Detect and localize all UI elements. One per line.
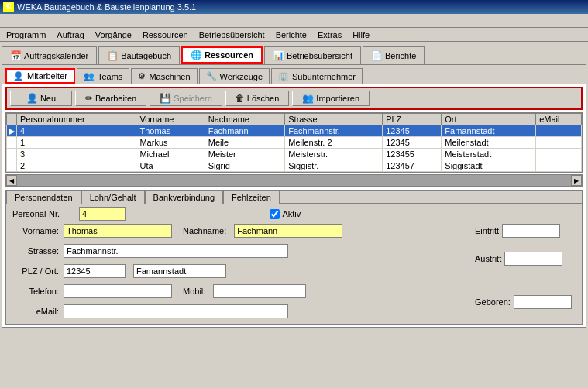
menu-item-vorgänge[interactable]: Vorgänge: [91, 29, 136, 40]
tab-main-label-betriebsuebersicht: Betriebsübersicht: [287, 51, 352, 60]
menu-item-extras[interactable]: Extras: [313, 29, 346, 40]
tab-detail-fehlzeiten[interactable]: Fehlzeiten: [223, 191, 280, 204]
menu-item-programm[interactable]: Programm: [2, 29, 50, 40]
plzort-label: PLZ / Ort:: [12, 266, 59, 276]
austritt-input[interactable]: [504, 252, 562, 266]
scroll-right-btn[interactable]: ▶: [571, 175, 582, 186]
ort-input[interactable]: [133, 264, 226, 278]
geboren-input[interactable]: [514, 295, 572, 309]
tab-main-betriebsuebersicht[interactable]: 📊Betriebsübersicht: [264, 46, 361, 64]
aktiv-checkbox-label: Aktiv: [270, 209, 301, 219]
mobil-input[interactable]: [213, 284, 306, 298]
employee-table: PersonalnummerVornameNachnameStrassePLZO…: [5, 112, 583, 173]
cell-nachname: Meister: [205, 149, 285, 160]
row-indicator: [7, 149, 17, 160]
tab-sub-maschinen[interactable]: ⚙Maschinen: [131, 68, 197, 84]
telefon-label: Telefon:: [12, 287, 59, 296]
loeschen-button[interactable]: 🗑Löschen: [225, 91, 290, 106]
bearbeiten-button[interactable]: ✏Bearbeiten: [75, 91, 146, 106]
plzort-row: PLZ / Ort:: [12, 264, 469, 278]
tab-main-label-auftragskalender: Auftragskalender: [24, 51, 88, 60]
tab-main-bautagebuch[interactable]: 📋Bautagebuch: [98, 46, 180, 64]
cell-email: [536, 125, 582, 137]
importieren-button[interactable]: 👥Importieren: [292, 91, 370, 106]
tab-main-ressourcen[interactable]: 🌐Ressourcen: [181, 46, 263, 64]
tab-detail-lohn-gehalt[interactable]: Lohn/Gehalt: [81, 191, 145, 204]
main-tabs: 📅Auftragskalender📋Bautagebuch🌐Ressourcen…: [0, 42, 588, 64]
tab-sub-label-maschinen: Maschinen: [149, 72, 190, 81]
aktiv-checkbox[interactable]: [270, 209, 280, 219]
email-input[interactable]: [64, 304, 288, 318]
tab-sub-werkzeuge[interactable]: 🔧Werkzeuge: [199, 68, 270, 84]
importieren-btn-label: Importieren: [316, 94, 359, 103]
menu-item-berichte[interactable]: Berichte: [271, 29, 311, 40]
tab-sub-teams[interactable]: 👥Teams: [77, 68, 129, 84]
ressourcen-icon: 🌐: [191, 50, 201, 60]
cell-vorname: Thomas: [136, 125, 205, 137]
tab-sub-mitarbeiter[interactable]: 👤Mitarbeiter: [5, 68, 75, 84]
tab-main-berichte[interactable]: 📄Berichte: [363, 46, 425, 64]
tab-main-label-bautagebuch: Bautagebuch: [121, 51, 171, 60]
speichern-btn-label: Speichern: [174, 94, 212, 103]
scroll-track: [17, 175, 571, 186]
menu-item-ressourcen[interactable]: Ressourcen: [138, 29, 193, 40]
cell-strasse: Meilenstr. 2: [285, 137, 383, 149]
tab-sub-label-werkzeuge: Werkzeuge: [220, 72, 263, 81]
cell-nachname: Sigrid: [205, 160, 285, 172]
telefon-row: Telefon: Mobil:: [12, 284, 469, 298]
loeschen-btn-icon: 🗑: [236, 93, 245, 104]
cell-personalnummer: 3: [17, 149, 136, 160]
table-row[interactable]: 1MarkusMeileMeilenstr. 212345Meilenstadt: [7, 137, 582, 149]
auftragskalender-icon: 📅: [10, 50, 21, 61]
mobil-label: Mobil:: [183, 287, 205, 296]
tab-detail-personendaten[interactable]: Personendaten: [6, 191, 81, 204]
horizontal-scrollbar[interactable]: ◀ ▶: [5, 174, 583, 187]
tab-main-label-berichte: Berichte: [385, 51, 416, 60]
app-title: WEKA Bautagebuch & Baustellenplanung 3.5…: [17, 2, 196, 12]
table-row[interactable]: 3MichaelMeisterMeisterstr.123455Meisters…: [7, 149, 582, 160]
nachname-input[interactable]: [234, 224, 342, 238]
werkzeuge-sub-icon: 🔧: [206, 71, 217, 81]
cell-plz: 123457: [383, 160, 442, 172]
toolbar: 👤Neu✏Bearbeiten💾Speichern🗑Löschen👥Import…: [5, 87, 583, 110]
scroll-left-btn[interactable]: ◀: [6, 175, 17, 186]
col-header-personalnummer: Personalnummer: [17, 114, 136, 125]
tab-sub-subunternehmer[interactable]: 🏢Subunternehmer: [271, 68, 363, 84]
neu-button[interactable]: 👤Neu: [10, 91, 72, 106]
eintritt-input[interactable]: [502, 224, 560, 238]
betriebsuebersicht-icon: 📊: [273, 50, 284, 61]
plz-input[interactable]: [64, 264, 126, 278]
tab-sub-label-subunternehmer: Subunternehmer: [292, 72, 356, 81]
menu-item-hilfe[interactable]: Hilfe: [348, 29, 374, 40]
title-bar: 🏗 WEKA Bautagebuch & Baustellenplanung 3…: [0, 0, 588, 14]
menu-item-betriebsübersicht[interactable]: Betriebsübersicht: [194, 29, 270, 40]
row-indicator: [7, 137, 17, 149]
table-row[interactable]: 2UtaSigridSiggistr.123457Siggistadt: [7, 160, 582, 172]
email-row: eMail:: [12, 304, 469, 318]
teams-sub-icon: 👥: [84, 71, 95, 81]
importieren-btn-icon: 👥: [302, 93, 314, 104]
menu-item-auftrag[interactable]: Auftrag: [52, 29, 88, 40]
tab-main-label-ressourcen: Ressourcen: [205, 50, 253, 60]
strasse-label: Strasse:: [12, 246, 59, 256]
cell-personalnummer: 2: [17, 160, 136, 172]
bearbeiten-btn-label: Bearbeiten: [95, 94, 136, 103]
eintritt-row: Eintritt: [475, 224, 576, 238]
loeschen-btn-label: Löschen: [247, 94, 280, 103]
tab-detail-bankverbindung[interactable]: Bankverbindung: [145, 191, 224, 204]
strasse-input[interactable]: [64, 244, 288, 258]
cell-plz: 12345: [383, 125, 442, 137]
vorname-input[interactable]: [64, 224, 172, 238]
strasse-row: Strasse:: [12, 244, 469, 258]
table-row[interactable]: ▶4ThomasFachmannFachmannstr.12345Famanns…: [7, 125, 582, 137]
cell-vorname: Michael: [136, 149, 205, 160]
personal-nr-input[interactable]: [79, 207, 126, 221]
speichern-btn-icon: 💾: [160, 93, 171, 104]
col-header-strasse: Strasse: [285, 114, 383, 125]
personal-nr-row: Personal-Nr. Aktiv: [12, 207, 576, 221]
tab-main-auftragskalender[interactable]: 📅Auftragskalender: [2, 46, 97, 64]
telefon-input[interactable]: [64, 284, 172, 298]
cell-strasse: Siggistr.: [285, 160, 383, 172]
austritt-row: Austritt: [475, 252, 576, 266]
cell-plz: 12345: [383, 137, 442, 149]
